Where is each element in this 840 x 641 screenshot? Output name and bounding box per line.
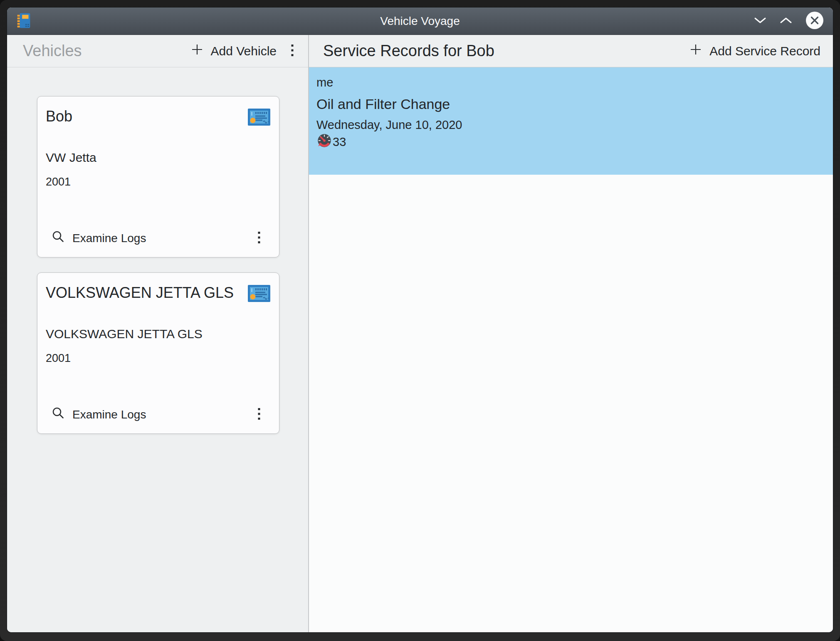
examine-logs-button[interactable]: Examine Logs bbox=[46, 406, 146, 423]
vehicle-card-head: Bob bbox=[46, 97, 271, 128]
examine-logs-label: Examine Logs bbox=[72, 232, 146, 245]
chevron-up-icon bbox=[780, 17, 792, 26]
vehicle-name: VOLKSWAGEN JETTA GLS bbox=[46, 285, 234, 301]
vehicle-card-volkswagen-jetta[interactable]: VOLKSWAGEN JETTA GLS bbox=[37, 272, 279, 434]
plus-icon bbox=[190, 42, 204, 59]
service-records-panel: Service Records for Bob Add Service Reco… bbox=[309, 35, 833, 632]
app-window: Vehicle Voyage bbox=[7, 7, 833, 632]
main-area: Vehicles Add Vehicle bbox=[7, 35, 833, 632]
window-controls bbox=[754, 11, 824, 31]
window-frame: Vehicle Voyage bbox=[0, 0, 840, 641]
vehicle-card-actions: Examine Logs bbox=[46, 230, 271, 246]
minimize-button[interactable] bbox=[754, 17, 766, 26]
close-x-icon bbox=[805, 11, 824, 31]
registration-certificate-icon bbox=[247, 285, 271, 304]
vehicle-year: 2001 bbox=[46, 352, 271, 365]
vehicle-model: VW Jetta bbox=[46, 151, 271, 165]
record-service-name: Oil and Filter Change bbox=[316, 96, 825, 112]
close-button[interactable] bbox=[805, 11, 824, 31]
vertical-ellipsis-icon bbox=[257, 232, 261, 245]
service-records-header: Service Records for Bob Add Service Reco… bbox=[309, 35, 833, 67]
vehicle-card-actions: Examine Logs bbox=[46, 406, 271, 423]
maximize-button[interactable] bbox=[780, 17, 792, 26]
vehicles-overflow-menu-button[interactable] bbox=[291, 45, 294, 58]
search-icon bbox=[52, 230, 65, 246]
vehicle-overflow-menu-button[interactable] bbox=[257, 408, 261, 421]
examine-logs-button[interactable]: Examine Logs bbox=[46, 230, 146, 246]
registration-certificate-icon bbox=[247, 108, 271, 128]
record-date: Wednesday, June 10, 2020 bbox=[316, 118, 825, 132]
search-icon bbox=[52, 406, 65, 423]
add-vehicle-label: Add Vehicle bbox=[211, 44, 277, 58]
vehicle-card-list: Bob bbox=[7, 67, 308, 434]
vertical-ellipsis-icon bbox=[291, 45, 294, 58]
service-record-item-selected[interactable]: me Oil and Filter Change Wednesday, June… bbox=[309, 67, 833, 175]
vehicle-year: 2001 bbox=[46, 176, 271, 188]
service-record-list: me Oil and Filter Change Wednesday, June… bbox=[309, 67, 833, 632]
add-service-record-label: Add Service Record bbox=[709, 44, 820, 58]
titlebar[interactable]: Vehicle Voyage bbox=[7, 7, 833, 35]
examine-logs-label: Examine Logs bbox=[72, 408, 146, 421]
vehicles-heading: Vehicles bbox=[23, 42, 82, 60]
vehicle-model: VOLKSWAGEN JETTA GLS bbox=[46, 327, 271, 341]
vehicle-card-bob[interactable]: Bob bbox=[37, 96, 279, 257]
vehicles-header: Vehicles Add Vehicle bbox=[7, 35, 308, 67]
odometer-gauge-icon bbox=[316, 133, 332, 151]
notebook-icon bbox=[15, 11, 34, 32]
service-records-heading: Service Records for Bob bbox=[323, 42, 494, 60]
chevron-down-icon bbox=[754, 17, 766, 26]
record-odometer-value: 33 bbox=[333, 135, 346, 149]
vehicle-card-head: VOLKSWAGEN JETTA GLS bbox=[46, 273, 271, 304]
add-vehicle-button[interactable]: Add Vehicle bbox=[190, 42, 277, 59]
vehicles-panel: Vehicles Add Vehicle bbox=[7, 35, 308, 632]
plus-icon bbox=[689, 42, 703, 59]
record-technician: me bbox=[316, 76, 825, 89]
window-title: Vehicle Voyage bbox=[7, 15, 833, 28]
add-service-record-button[interactable]: Add Service Record bbox=[689, 42, 820, 59]
vertical-ellipsis-icon bbox=[257, 408, 261, 421]
vehicle-overflow-menu-button[interactable] bbox=[257, 232, 261, 245]
record-odometer-row: 33 bbox=[316, 133, 825, 151]
vehicle-name: Bob bbox=[46, 108, 72, 125]
